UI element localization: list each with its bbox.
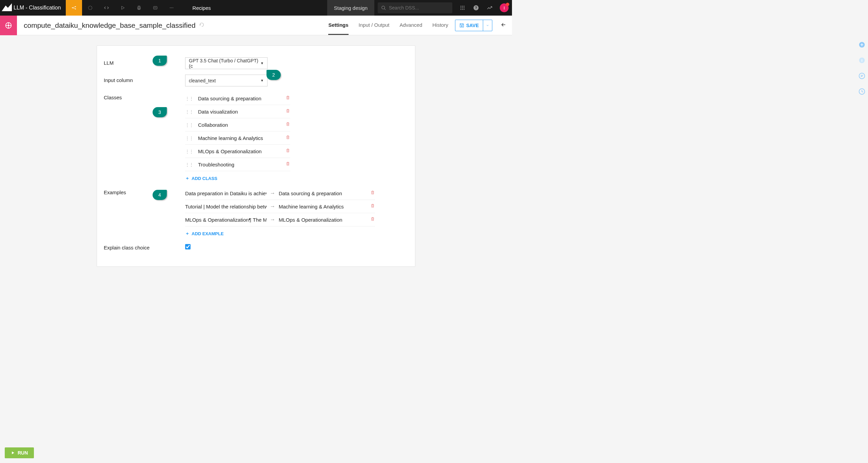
print-icon[interactable]: [131, 0, 147, 16]
llm-value: GPT 3.5 Chat (Turbo / ChatGPT) (c: [189, 58, 260, 69]
llm-label: LLM: [104, 57, 185, 66]
apps-icon[interactable]: [456, 5, 469, 11]
explain-label: Explain class choice: [104, 242, 185, 250]
example-row: MLOps & Operationalization¶ The M→MLOps …: [185, 213, 375, 226]
svg-point-20: [463, 9, 465, 10]
example-output[interactable]: Data sourcing & preparation: [279, 190, 367, 196]
example-row: Data preparation in Dataiku is achiev→Da…: [185, 187, 375, 200]
trash-icon[interactable]: [370, 217, 375, 223]
class-name[interactable]: Troubleshooting: [198, 162, 285, 167]
svg-point-16: [462, 7, 463, 8]
svg-point-9: [171, 7, 172, 8]
svg-point-8: [170, 7, 171, 8]
class-row: ⋮⋮Data visualization: [185, 105, 290, 118]
drag-handle-icon[interactable]: ⋮⋮: [185, 109, 193, 114]
avatar[interactable]: I: [500, 3, 509, 12]
chevron-down-icon: ▼: [260, 79, 264, 82]
tab-input-output[interactable]: Input / Output: [359, 16, 390, 35]
class-name[interactable]: Machine learning & Analytics: [198, 135, 285, 141]
class-row: ⋮⋮Collaboration: [185, 118, 290, 132]
class-name[interactable]: Data sourcing & preparation: [198, 96, 285, 101]
example-output[interactable]: MLOps & Operationalization: [279, 217, 367, 223]
example-input[interactable]: Tutorial | Model the relationship betw: [185, 204, 267, 209]
logo-icon[interactable]: [0, 1, 14, 15]
input-column-label: Input column: [104, 75, 185, 83]
staging-button[interactable]: Staging design: [327, 0, 374, 16]
drag-handle-icon[interactable]: ⋮⋮: [185, 96, 193, 101]
example-output[interactable]: Machine learning & Analytics: [279, 204, 367, 209]
svg-point-14: [463, 6, 465, 7]
callout-3: 3: [153, 107, 167, 117]
recipes-label[interactable]: Recipes: [193, 5, 211, 11]
arrow-right-icon: →: [270, 190, 275, 196]
recipe-type-icon: [0, 16, 17, 35]
tab-settings[interactable]: Settings: [328, 16, 348, 35]
play-outline-icon[interactable]: [115, 0, 131, 16]
trash-icon[interactable]: [285, 161, 290, 167]
svg-rect-5: [138, 6, 140, 7]
refresh-icon[interactable]: [199, 22, 204, 29]
example-input[interactable]: MLOps & Operationalization¶ The M: [185, 217, 267, 223]
save-button[interactable]: SAVE: [455, 20, 492, 31]
more-icon[interactable]: [163, 0, 180, 16]
recipe-name: compute_dataiku_knowledge_base_sample_cl…: [24, 21, 196, 29]
code-icon[interactable]: [98, 0, 115, 16]
class-row: ⋮⋮Machine learning & Analytics: [185, 132, 290, 145]
drag-handle-icon[interactable]: ⋮⋮: [185, 136, 193, 141]
tab-history[interactable]: History: [432, 16, 448, 35]
drag-handle-icon[interactable]: ⋮⋮: [185, 162, 193, 167]
tab-nav: Settings Input / Output Advanced History: [328, 16, 448, 35]
drag-handle-icon[interactable]: ⋮⋮: [185, 149, 193, 154]
dashboard-icon[interactable]: [147, 0, 163, 16]
class-row: ⋮⋮Data sourcing & preparation: [185, 92, 290, 105]
arrow-right-icon: →: [270, 203, 275, 209]
svg-point-10: [173, 7, 173, 8]
trash-icon[interactable]: [285, 148, 290, 154]
trend-icon[interactable]: [483, 5, 496, 11]
trash-icon[interactable]: [285, 135, 290, 141]
class-name[interactable]: Collaboration: [198, 122, 285, 128]
callout-1: 1: [153, 56, 167, 66]
add-class-button[interactable]: ＋ADD CLASS: [185, 175, 290, 181]
back-arrow-icon[interactable]: [495, 22, 512, 29]
chevron-down-icon: ▼: [260, 61, 264, 65]
svg-point-24: [7, 24, 9, 26]
explain-checkbox[interactable]: [185, 244, 191, 249]
trash-icon[interactable]: [285, 95, 290, 101]
class-row: ⋮⋮MLOps & Operationalization: [185, 145, 290, 158]
callout-4: 4: [153, 190, 167, 200]
input-column-select[interactable]: cleaned_text ▼: [185, 75, 268, 86]
svg-text:?: ?: [475, 6, 477, 10]
svg-point-19: [462, 9, 463, 10]
search-box[interactable]: [378, 2, 452, 13]
class-name[interactable]: Data visualization: [198, 109, 285, 115]
class-row: ⋮⋮Troubleshooting: [185, 158, 290, 171]
save-dropdown-icon[interactable]: [483, 20, 492, 31]
help-icon[interactable]: ?: [469, 5, 483, 11]
example-row: Tutorial | Model the relationship betw→M…: [185, 200, 375, 213]
trash-icon[interactable]: [370, 203, 375, 209]
example-input[interactable]: Data preparation in Dataiku is achiev: [185, 190, 267, 196]
arrow-right-icon: →: [270, 217, 275, 223]
add-example-button[interactable]: ＋ADD EXAMPLE: [185, 230, 375, 237]
search-input[interactable]: [389, 5, 449, 11]
plus-icon: ＋: [185, 175, 190, 181]
tab-advanced[interactable]: Advanced: [400, 16, 422, 35]
top-bar: LLM - Classification Recipes Staging des…: [0, 0, 512, 16]
svg-point-12: [460, 6, 461, 7]
svg-point-18: [460, 9, 461, 10]
save-label: SAVE: [466, 23, 479, 28]
class-name[interactable]: MLOps & Operationalization: [198, 148, 285, 154]
svg-point-13: [462, 6, 463, 7]
input-column-value: cleaned_text: [189, 78, 216, 83]
trash-icon[interactable]: [285, 108, 290, 115]
llm-select[interactable]: GPT 3.5 Chat (Turbo / ChatGPT) (c ▼: [185, 57, 268, 69]
sub-header: compute_dataiku_knowledge_base_sample_cl…: [0, 16, 512, 35]
trash-icon[interactable]: [285, 122, 290, 128]
flow-icon[interactable]: [66, 0, 82, 16]
drag-handle-icon[interactable]: ⋮⋮: [185, 122, 193, 127]
svg-point-15: [460, 7, 461, 8]
circle-icon[interactable]: [82, 0, 98, 16]
trash-icon[interactable]: [370, 190, 375, 196]
callout-2: 2: [267, 70, 281, 80]
